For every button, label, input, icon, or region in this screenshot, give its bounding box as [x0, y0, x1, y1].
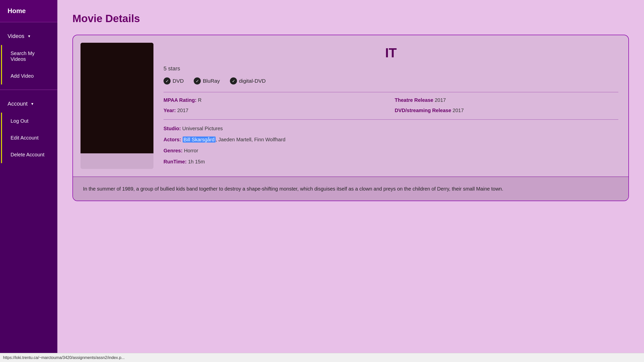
- detail-genres: Genres: Horror: [164, 147, 618, 154]
- sidebar-account-label: Account: [8, 101, 28, 107]
- format-bluray-label: BluRay: [203, 78, 220, 84]
- sidebar-item-edit-account[interactable]: Edit Account: [2, 129, 57, 146]
- meta-dvd-release: DVD/streaming Release 2017: [395, 108, 618, 113]
- dvd-release-value-text: 2017: [453, 108, 464, 113]
- movie-meta-grid: MPAA Rating: R Theatre Release 2017 Year…: [164, 97, 618, 113]
- genres-label: Genres:: [164, 148, 183, 153]
- sidebar: Home Videos ▼ Search My Videos Add Video…: [0, 0, 57, 362]
- mpaa-value: R: [198, 97, 202, 103]
- sidebar-videos-label: Videos: [8, 33, 24, 39]
- studio-value: Universal Pictures: [182, 126, 223, 131]
- format-bluray: ✓ BluRay: [194, 77, 220, 84]
- format-dvd: ✓ DVD: [164, 77, 184, 84]
- movie-title: IT: [164, 45, 618, 60]
- status-bar-url: https://loki.trentu.ca/~marctouma/3420/a…: [3, 355, 125, 360]
- actor-highlighted[interactable]: Bill Skarsgård: [183, 137, 216, 143]
- section-divider-1: [164, 92, 618, 92]
- movie-poster: STEPHEN KING'S IT The Master of Horror u…: [80, 43, 153, 169]
- poster-background: [80, 43, 153, 153]
- movie-card-top: STEPHEN KING'S IT The Master of Horror u…: [73, 35, 628, 176]
- sidebar-account-section: Account ▼ Log Out Edit Account Delete Ac…: [0, 90, 57, 168]
- movie-stars: 5 stars: [164, 65, 618, 72]
- sidebar-item-log-out[interactable]: Log Out: [2, 113, 57, 129]
- status-bar: https://loki.trentu.ca/~marctouma/3420/a…: [0, 353, 644, 362]
- format-digital-dvd: ✓ digital-DVD: [230, 77, 266, 84]
- movie-card: STEPHEN KING'S IT The Master of Horror u…: [72, 35, 629, 201]
- sidebar-account-submenu: Log Out Edit Account Delete Account: [1, 113, 57, 163]
- year-label: Year:: [164, 108, 176, 113]
- format-digital-dvd-label: digital-DVD: [239, 78, 266, 84]
- runtime-label: RunTime:: [164, 159, 187, 164]
- meta-theatre-release: Theatre Release 2017: [395, 97, 618, 103]
- detail-runtime: RunTime: 1h 15m: [164, 158, 618, 165]
- meta-mpaa: MPAA Rating: R: [164, 97, 387, 103]
- main-content: Movie Details: [57, 0, 644, 362]
- sidebar-videos-section: Videos ▼ Search My Videos Add Video: [0, 22, 57, 89]
- page-title: Movie Details: [72, 13, 629, 25]
- sidebar-videos-submenu: Search My Videos Add Video: [1, 45, 57, 84]
- poster-art: STEPHEN KING'S IT The Master of Horror u…: [80, 43, 153, 153]
- genres-value: Horror: [184, 148, 198, 153]
- movie-info-panel: IT 5 stars ✓ DVD ✓ BluRay ✓ digital-DVD: [164, 43, 618, 169]
- sidebar-item-videos[interactable]: Videos ▼: [0, 27, 57, 45]
- detail-actors: Actors: Bill Skarsgård, Jaeden Martell, …: [164, 136, 618, 143]
- sidebar-item-delete-account[interactable]: Delete Account: [2, 146, 57, 163]
- dvd-release-label: DVD/streaming Release: [395, 108, 451, 113]
- sidebar-item-home[interactable]: Home: [0, 0, 57, 22]
- movie-description: In the summer of 1989, a group of bullie…: [73, 176, 628, 201]
- theatre-release-label: Theatre Release: [395, 97, 433, 103]
- actors-label: Actors:: [164, 137, 181, 142]
- format-dvd-label: DVD: [173, 78, 184, 84]
- section-divider-2: [164, 119, 618, 120]
- year-value: 2017: [177, 108, 189, 113]
- videos-dropdown-arrow: ▼: [27, 34, 31, 38]
- sidebar-item-account[interactable]: Account ▼: [0, 95, 57, 113]
- dvd-check-icon: ✓: [164, 77, 171, 84]
- meta-year: Year: 2017: [164, 108, 387, 113]
- bluray-check-icon: ✓: [194, 77, 201, 84]
- sidebar-item-search-my-videos[interactable]: Search My Videos: [2, 45, 57, 68]
- mpaa-label: MPAA Rating:: [164, 97, 196, 103]
- theatre-release-value-text: 2017: [435, 97, 446, 103]
- studio-label: Studio:: [164, 126, 181, 131]
- actors-rest: , Jaeden Martell, Finn Wolfhard: [216, 137, 286, 142]
- sidebar-item-add-video[interactable]: Add Video: [2, 68, 57, 84]
- digital-dvd-check-icon: ✓: [230, 77, 237, 84]
- runtime-value: 1h 15m: [188, 159, 205, 164]
- movie-formats: ✓ DVD ✓ BluRay ✓ digital-DVD: [164, 77, 618, 84]
- detail-studio: Studio: Universal Pictures: [164, 125, 618, 132]
- account-dropdown-arrow: ▼: [31, 102, 34, 106]
